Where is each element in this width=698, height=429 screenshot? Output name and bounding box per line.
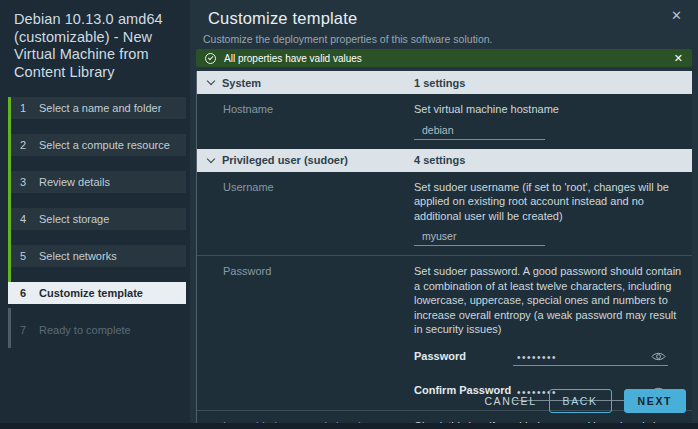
field-label: Password [197, 264, 414, 401]
back-button[interactable]: BACK [549, 389, 612, 413]
section-count: 4 settings [414, 154, 692, 166]
banner-text: All properties have valid values [224, 53, 362, 64]
step-number: 1 [19, 102, 26, 114]
sidebar-step-name-folder[interactable]: 1 Select a name and folder [8, 97, 186, 119]
field-description: Set virtual machine hostname [414, 103, 559, 115]
customize-template-panel: Customize template ✕ Customize the deplo… [190, 0, 698, 423]
eye-icon[interactable] [651, 351, 666, 362]
field-label: Hostname [197, 102, 414, 140]
sidebar-step-customize-template[interactable]: 6 Customize template [8, 282, 186, 304]
password-subfield: Password [414, 349, 682, 367]
wizard-steps: 1 Select a name and folder 2 Select a co… [0, 97, 190, 341]
sidebar-step-compute-resource[interactable]: 2 Select a compute resource [8, 134, 186, 156]
field-description: Set sudoer password. A good password sho… [414, 265, 681, 335]
password-sublabel: Password [414, 349, 513, 367]
page-title: Customize template [208, 9, 692, 28]
step-number: 6 [19, 287, 26, 299]
row-password: Password Set sudoer password. A good pas… [197, 255, 692, 410]
sidebar-step-select-storage[interactable]: 4 Select storage [8, 208, 186, 230]
banner-close-icon[interactable]: ✕ [674, 52, 683, 65]
section-count: 1 settings [414, 77, 692, 89]
step-label: Review details [39, 176, 110, 188]
step-number: 4 [19, 213, 26, 225]
step-label: Ready to complete [39, 324, 131, 336]
close-icon[interactable]: ✕ [671, 9, 682, 22]
row-hostname: Hostname Set virtual machine hostname [197, 94, 692, 149]
wizard-sidebar: Debian 10.13.0 amd64 (customizable) - Ne… [0, 0, 190, 423]
properties-table: System 1 settings Hostname Set virtual m… [196, 71, 692, 429]
page-subtitle: Customize the deployment properties of t… [203, 33, 692, 45]
section-header-sudoer[interactable]: Privileged user (sudoer) 4 settings [197, 149, 692, 172]
section-title: System [222, 77, 261, 89]
next-button[interactable]: NEXT [624, 389, 686, 413]
step-number: 7 [19, 324, 26, 336]
password-input[interactable] [517, 352, 651, 363]
section-title: Privileged user (sudoer) [222, 154, 348, 166]
wizard-footer: CANCEL BACK NEXT [484, 389, 686, 413]
progress-bar-remaining [8, 308, 11, 348]
chevron-down-icon [207, 154, 215, 162]
step-number: 3 [19, 176, 26, 188]
window-bottom-edge [0, 423, 698, 429]
row-username: Username Set sudoer username (if set to … [197, 172, 692, 256]
sidebar-step-ready-complete: 7 Ready to complete [8, 319, 186, 341]
sidebar-step-review-details[interactable]: 3 Review details [8, 171, 186, 193]
cancel-button[interactable]: CANCEL [484, 395, 536, 407]
step-label: Select networks [39, 250, 117, 262]
sidebar-step-select-networks[interactable]: 5 Select networks [8, 245, 186, 267]
step-number: 2 [19, 139, 26, 151]
step-label: Select a name and folder [39, 102, 161, 114]
hostname-input[interactable] [414, 124, 545, 140]
section-header-system[interactable]: System 1 settings [197, 71, 692, 94]
validation-success-banner: All properties have valid values ✕ [196, 49, 692, 67]
step-label: Customize template [39, 287, 143, 299]
field-label: Username [197, 180, 414, 247]
step-number: 5 [19, 250, 26, 262]
chevron-down-icon [207, 77, 215, 85]
check-circle-icon [205, 53, 216, 64]
step-label: Select a compute resource [39, 139, 170, 151]
wizard-title: Debian 10.13.0 amd64 (customizable) - Ne… [0, 0, 184, 82]
username-input[interactable] [414, 230, 545, 246]
field-description: Set sudoer username (if set to 'root', c… [414, 181, 669, 222]
step-label: Select storage [39, 213, 109, 225]
progress-bar-completed [8, 97, 11, 282]
